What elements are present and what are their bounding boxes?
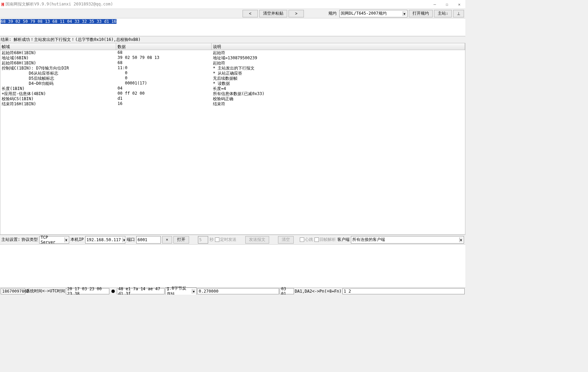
- interval-input[interactable]: 5: [198, 236, 208, 244]
- status-f1[interactable]: 18670097802: [1, 288, 25, 294]
- hex-input-panel[interactable]: 68 39 02 50 79 08 13 68 11 04 33 32 35 3…: [0, 18, 465, 36]
- grid-header: 帧域 数据 说明: [0, 43, 465, 50]
- window-title: 国南网报文解析V9.9.9(hutianxi 26918932@qq.com): [5, 1, 429, 7]
- status-f7[interactable]: 1 2: [342, 288, 465, 294]
- close-conn-button[interactable]: ×: [162, 236, 172, 244]
- status-f6[interactable]: 03 01: [280, 288, 294, 294]
- proto-type-label: 协议类型: [21, 237, 38, 243]
- open-conn-button[interactable]: 打开: [173, 236, 189, 244]
- port-label: 端口: [127, 237, 135, 243]
- protocol-select[interactable]: 国网DL/T645-2007规约 ▼: [339, 10, 407, 17]
- local-ip-label: 本机IP: [71, 237, 83, 243]
- port-input[interactable]: 6001: [136, 236, 161, 244]
- status-f3[interactable]: 48 e1 7a 14 ae 47 d1 3f: [117, 288, 165, 294]
- local-ip-select[interactable]: 192.168.50.117 ▼: [85, 236, 125, 244]
- table-row[interactable]: 控制域C(1BIN): D7传输方向位DIR11:0* 主站发出的下行报文: [0, 65, 465, 71]
- table-row[interactable]: +应用层-信息体(4BIN)00 ff 02 00所有信息体数据(已减0x33): [0, 91, 465, 96]
- dropdown-arrow-icon: ▼: [403, 11, 406, 16]
- status-f5[interactable]: 0.270000: [197, 288, 279, 294]
- prev-button[interactable]: <: [243, 10, 258, 17]
- dropdown-arrow-icon: ▼: [122, 237, 126, 242]
- table-row[interactable]: 校验码CS(1BIN)d1校验码正确: [0, 96, 465, 101]
- sec-label: 秒: [210, 237, 214, 243]
- close-button[interactable]: ✕: [453, 1, 465, 8]
- table-row[interactable]: D4~D0功能码 00001(17)* 读数据: [0, 81, 465, 86]
- parse-grid: 帧域 数据 说明 起始符68H(1BIN)68起始符地址域(6BIN)39 02…: [0, 43, 465, 235]
- status-bar: 18670097802 系统时间<->UTC时间 20 17 03 23 00 …: [0, 287, 465, 295]
- maximize-button[interactable]: ☐: [441, 1, 453, 8]
- proto-type-select[interactable]: TCP Server ▼: [39, 236, 69, 244]
- result-line: 结果: 解析成功！主站发出的下行报文！(总字节数0x10(16),总校验0xB8…: [0, 36, 465, 43]
- table-row[interactable]: 地址域(6BIN)39 02 50 79 08 13地址域=1308795002…: [0, 55, 465, 60]
- col-header-frame[interactable]: 帧域: [0, 43, 116, 50]
- table-row[interactable]: 起始符68H(1BIN)68起始符: [0, 60, 465, 65]
- status-dot-icon: [111, 290, 115, 293]
- status-f6-label: DA1,DA2<->Pn(+8=Fn): [295, 289, 341, 294]
- anchor-button[interactable]: ⊥: [453, 10, 464, 17]
- col-header-data[interactable]: 数据: [116, 43, 212, 50]
- clear-button[interactable]: 清空: [278, 236, 294, 244]
- table-row[interactable]: 起始符68H(1BIN)68起始符: [0, 50, 465, 55]
- dropdown-arrow-icon: ▼: [192, 289, 195, 294]
- send-frame-button[interactable]: 发送报文: [245, 236, 269, 244]
- reply-parse-checkbox[interactable]: 回帧解析: [314, 237, 336, 243]
- status-f4-select[interactable]: g.8字节反序转. ▼: [165, 288, 197, 295]
- minimize-button[interactable]: —: [429, 1, 441, 8]
- client-select[interactable]: 所有连接的客户端 ▼: [351, 236, 464, 244]
- grid-body: 起始符68H(1BIN)68起始符地址域(6BIN)39 02 50 79 08…: [0, 50, 465, 234]
- settings-bar: 主站设置: 协议类型 TCP Server ▼ 本机IP 192.168.50.…: [0, 235, 465, 244]
- settings-title: 主站设置:: [1, 237, 20, 243]
- open-protocol-button[interactable]: 打开规约: [409, 10, 433, 17]
- table-row[interactable]: 结束符16H(1BIN)16结束符: [0, 101, 465, 106]
- table-row[interactable]: D5后续帧标志 0无后续数据帧: [0, 76, 465, 81]
- status-f2-label: 系统时间<->UTC时间: [26, 288, 65, 294]
- top-toolbar: < 清空并粘贴 > 规约 国网DL/T645-2007规约 ▼ 打开规约 主站↓…: [0, 9, 465, 18]
- heartbeat-checkbox[interactable]: 心跳: [300, 237, 313, 243]
- protocol-value: 国网DL/T645-2007规约: [341, 11, 401, 16]
- dropdown-arrow-icon: ▼: [64, 237, 68, 242]
- clear-paste-button[interactable]: 清空并粘贴: [259, 10, 287, 17]
- next-button[interactable]: >: [289, 10, 304, 17]
- protocol-label: 规约: [327, 11, 338, 16]
- table-row[interactable]: 长度(1BIN)04长度=4: [0, 86, 465, 91]
- dropdown-arrow-icon: ▼: [459, 237, 463, 242]
- status-f2[interactable]: 20 17 03 23 00 23 38: [66, 288, 109, 294]
- titlebar: H 国南网报文解析V9.9.9(hutianxi 26918932@qq.com…: [0, 0, 465, 9]
- log-panel[interactable]: [0, 244, 465, 287]
- client-label: 客户端: [337, 237, 350, 243]
- master-button[interactable]: 主站↓: [434, 10, 452, 17]
- hex-selected-text: 68 39 02 50 79 08 13 68 11 04 33 32 35 3…: [1, 19, 117, 24]
- col-header-desc[interactable]: 说明: [212, 43, 465, 50]
- table-row[interactable]: D6从站应答标志 0* 从站正确应答: [0, 71, 465, 76]
- timed-send-checkbox[interactable]: 定时发送: [215, 237, 236, 243]
- app-logo: H: [1, 2, 4, 7]
